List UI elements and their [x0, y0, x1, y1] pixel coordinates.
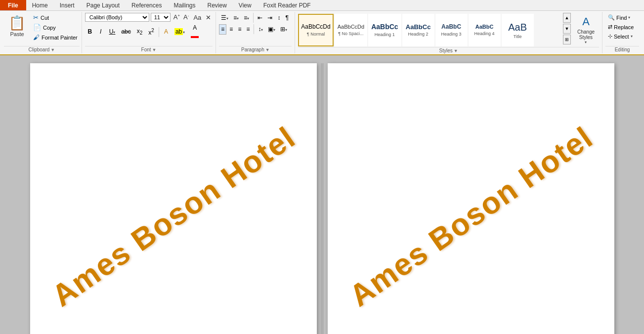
style-item-2[interactable]: AaBbCc Heading 1 [368, 14, 401, 46]
decrease-font-size-button[interactable]: A- [182, 13, 190, 21]
copy-button[interactable]: 📄 Copy [31, 23, 80, 32]
styles-scroll-up[interactable]: ▲ [563, 13, 571, 23]
align-left-button[interactable]: ≡ [219, 24, 226, 35]
menu-view[interactable]: View [233, 0, 258, 10]
highlight-button[interactable]: ab▾ [172, 27, 187, 37]
cut-label: Cut [41, 15, 49, 21]
menu-insert[interactable]: Insert [54, 0, 81, 10]
style-item-0[interactable]: AaBbCcDd ¶ Normal [298, 14, 333, 46]
styles-scroll-down[interactable]: ▼ [563, 24, 571, 34]
align-right-button[interactable]: ≡ [236, 24, 243, 35]
menu-bar: File Home Insert Page Layout References … [0, 0, 644, 11]
change-styles-arrow: ▾ [585, 40, 587, 44]
superscript-button[interactable]: x2 [146, 26, 157, 38]
sort-button[interactable]: ↕ [275, 13, 282, 23]
decrease-indent-button[interactable]: ⇤ [256, 13, 264, 23]
numbering-button[interactable]: ≡▾ [231, 13, 241, 23]
font-name-selector[interactable]: Calibri (Body) [85, 13, 149, 22]
bold-button[interactable]: B [85, 27, 95, 37]
watermark-2: Ames Boson Hotel [343, 120, 599, 314]
menu-review[interactable]: Review [201, 0, 232, 10]
para-sep2 [254, 24, 254, 34]
change-styles-button[interactable]: A ChangeStyles ▾ [573, 13, 599, 47]
show-marks-button[interactable]: ¶ [283, 13, 290, 23]
italic-button[interactable]: I [96, 27, 106, 37]
select-button[interactable]: ⊹ Select ▾ [605, 32, 635, 41]
styles-expand-icon[interactable]: ▼ [454, 48, 458, 53]
styles-group-label: Styles ▼ [298, 47, 599, 53]
file-tab[interactable]: File [0, 0, 26, 10]
subscript-button[interactable]: x2 [134, 26, 145, 38]
editing-group-label: Editing [605, 46, 639, 52]
clipboard-expand-icon[interactable]: ▼ [50, 47, 55, 52]
text-effects-button[interactable]: A [161, 27, 171, 37]
paragraph-expand-icon[interactable]: ▼ [265, 47, 270, 52]
select-arrow: ▾ [631, 34, 633, 39]
format-painter-icon: 🖌 [33, 34, 40, 41]
paragraph-group-label: Paragraph ▼ [219, 46, 292, 52]
clipboard-group-label: Clipboard ▼ [4, 46, 80, 52]
page-1[interactable]: Ames Boson Hotel [30, 63, 317, 334]
menu-page-layout[interactable]: Page Layout [81, 0, 126, 10]
style-item-4[interactable]: AaBbC Heading 3 [435, 14, 468, 46]
align-center-button[interactable]: ≡ [227, 24, 235, 35]
clipboard-small-buttons: ✂ Cut 📄 Copy 🖌 Format Painter [31, 13, 80, 46]
bullets-button[interactable]: ☰▾ [219, 13, 230, 23]
find-arrow: ▾ [628, 15, 630, 20]
editing-row2: ⇄ Replace [605, 22, 639, 32]
clear-formatting-button[interactable]: ✕ [204, 14, 213, 21]
replace-icon: ⇄ [608, 24, 612, 30]
copy-label: Copy [43, 25, 56, 31]
styles-gallery: AaBbCcDd ¶ Normal AaBbCcDd ¶ No Spaci...… [298, 13, 562, 47]
cut-icon: ✂ [33, 14, 39, 21]
paragraph-group: ☰▾ ≡▾ ≡▾ ⇤ ⇥ ↕ ¶ ≡ ≡ ≡ ≡ ↕▾ ▣▾ ⊞▾ Paragr… [216, 12, 295, 53]
line-spacing-button[interactable]: ↕▾ [256, 24, 265, 35]
style-item-6[interactable]: AaB Title [502, 14, 534, 46]
style-item-3[interactable]: AaBbCc Heading 2 [402, 14, 434, 46]
increase-indent-button[interactable]: ⇥ [265, 13, 274, 23]
change-styles-label: ChangeStyles [577, 29, 595, 40]
font-expand-icon[interactable]: ▼ [152, 47, 157, 52]
menu-references[interactable]: References [126, 0, 168, 10]
select-icon: ⊹ [608, 33, 612, 40]
paste-button[interactable]: 📋 Paste [4, 13, 30, 41]
style-item-1[interactable]: AaBbCcDd ¶ No Spaci... [335, 14, 367, 46]
menu-home[interactable]: Home [26, 0, 54, 10]
find-icon: 🔍 [608, 14, 615, 21]
find-button[interactable]: 🔍 Find ▾ [605, 13, 633, 22]
watermark-1: Ames Boson Hotel [45, 120, 301, 314]
styles-expand[interactable]: ⊞ [563, 35, 571, 44]
menu-foxit[interactable]: Foxit Reader PDF [258, 0, 317, 10]
paragraph-row1: ☰▾ ≡▾ ≡▾ ⇤ ⇥ ↕ ¶ [219, 13, 292, 23]
justify-button[interactable]: ≡ [244, 24, 252, 35]
style-item-5[interactable]: AaBbC Heading 4 [469, 14, 501, 46]
replace-button[interactable]: ⇄ Replace [605, 22, 636, 32]
menu-mailings[interactable]: Mailings [168, 0, 201, 10]
shading-button[interactable]: ▣▾ [266, 24, 277, 35]
editing-row3: ⊹ Select ▾ [605, 32, 639, 41]
format-painter-button[interactable]: 🖌 Format Painter [31, 33, 80, 42]
font-size-selector[interactable]: 11 [151, 13, 171, 22]
paste-label: Paste [10, 31, 24, 37]
increase-font-size-button[interactable]: A+ [172, 13, 181, 21]
clipboard-group: 📋 Paste ✂ Cut 📄 Copy 🖌 Format Painter [2, 12, 82, 53]
styles-scroll-buttons: ▲ ▼ ⊞ [563, 13, 571, 47]
multilevel-list-button[interactable]: ≡▾ [242, 13, 251, 23]
font-selector-row: Calibri (Body) 11 A+ A- Aa ✕ [85, 13, 213, 22]
font-group: Calibri (Body) 11 A+ A- Aa ✕ B I U▾ abc [82, 12, 216, 53]
ribbon: 📋 Paste ✂ Cut 📄 Copy 🖌 Format Painter [0, 11, 644, 55]
format-buttons: B I U▾ abc x2 x2 A ab▾ A [85, 23, 213, 42]
page-divider [321, 63, 324, 334]
page-2[interactable]: Ames Boson Hotel [328, 63, 614, 334]
cut-button[interactable]: ✂ Cut [31, 13, 80, 22]
underline-button[interactable]: U▾ [107, 27, 118, 37]
strikethrough-button[interactable]: abc [119, 27, 133, 37]
border-button[interactable]: ⊞▾ [278, 24, 289, 35]
editing-row: 🔍 Find ▾ [605, 13, 639, 22]
copy-icon: 📄 [33, 24, 41, 31]
font-color-button[interactable]: A [188, 23, 201, 42]
change-styles-icon: A [582, 15, 590, 28]
font-size-buttons: A+ A- [172, 13, 191, 21]
change-case-button[interactable]: Aa [192, 14, 203, 21]
paragraph-row2: ≡ ≡ ≡ ≡ ↕▾ ▣▾ ⊞▾ [219, 24, 292, 35]
